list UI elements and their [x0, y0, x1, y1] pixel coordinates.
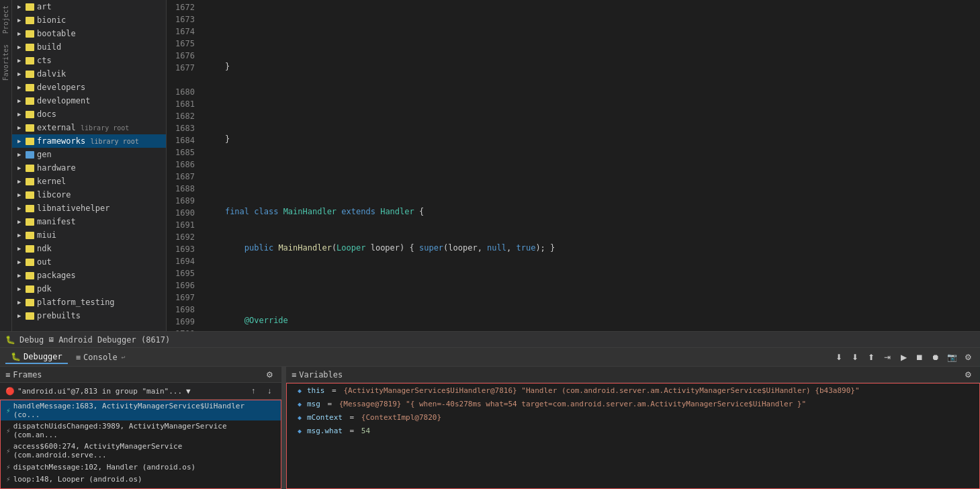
vars-menu-btn[interactable]: ⚙ [961, 368, 975, 382]
sidebar-item-docs[interactable]: ▶ docs [12, 107, 166, 121]
frame-icon-5: ⚡ [6, 487, 11, 490]
step-over-btn[interactable]: ⬇ [832, 351, 846, 364]
resume-btn[interactable]: ▶ [897, 351, 910, 364]
var-item-this[interactable]: ◆ this = {ActivityManagerService$UiHandl… [287, 384, 979, 397]
folder-icon-prebuilts [26, 312, 34, 320]
debug-session-label: Android Debugger (8617) [58, 335, 170, 345]
code-line: final class MainHandler extends Handler … [206, 206, 980, 218]
sidebar-label-bootable: bootable [37, 29, 76, 38]
sidebar-item-build[interactable]: ▶ build [12, 40, 166, 54]
folder-icon-bootable [26, 30, 34, 38]
var-item-mcontext[interactable]: ◆ mContext = {ContextImpl@7820} [287, 410, 979, 424]
debug-title-bar: 🐛 Debug 🖥 Android Debugger (8617) [0, 332, 980, 348]
step-out-btn[interactable]: ⬆ [864, 351, 878, 364]
debug-title: Debug [19, 335, 44, 345]
var-val-msgwhat: 54 [361, 427, 370, 435]
thread-nav-down[interactable]: ↓ [263, 384, 276, 398]
vtab-project[interactable]: Project [1, 0, 11, 39]
sidebar-item-prebuilts[interactable]: ▶ prebuilts [12, 309, 166, 322]
sidebar-label-docs: docs [37, 109, 56, 119]
sidebar-item-manifest[interactable]: ▶ manifest [12, 215, 166, 228]
run-to-cursor-btn[interactable]: ⇥ [881, 351, 894, 364]
sidebar-item-bootable[interactable]: ▶ bootable [12, 27, 166, 40]
frame-item-2[interactable]: ⚡ access$600:274, ActivityManagerService… [1, 441, 281, 461]
frame-item-3[interactable]: ⚡ dispatchMessage:102, Handler (android.… [1, 461, 281, 473]
line-numbers: 1672 1673 1674 1675 1676 1677 1680 1681 … [167, 0, 200, 331]
sidebar-item-external[interactable]: ▶ external library root [12, 121, 166, 134]
sidebar-label-development: development [37, 96, 90, 105]
sidebar-item-developers[interactable]: ▶ developers [12, 81, 166, 94]
sidebar-item-libnativehelper[interactable]: ▶ libnativehelper [12, 202, 166, 215]
folder-icon-out [26, 259, 34, 266]
arrow-icon: ▶ [17, 151, 26, 158]
sidebar-item-art[interactable]: ▶ art [12, 0, 166, 13]
step-into-btn[interactable]: ⬇ [848, 351, 862, 364]
stop-btn[interactable]: ⏹ [913, 351, 926, 364]
frame-item-1[interactable]: ⚡ dispatchUidsChanged:3989, ActivityMana… [1, 420, 281, 441]
tab-debugger[interactable]: 🐛 Debugger [5, 351, 68, 364]
thread-nav-up[interactable]: ↑ [247, 384, 260, 398]
console-arrow: ↩ [122, 353, 126, 361]
sidebar-item-frameworks[interactable]: ▶ frameworks library root [12, 134, 166, 148]
sidebar-label-out: out [37, 257, 52, 267]
sidebar-label-cts: cts [37, 56, 52, 65]
var-name-msgwhat: msg.what [307, 427, 343, 435]
frame-label-4: loop:148, Looper (android.os) [13, 475, 142, 484]
var-name-this: this [307, 386, 325, 395]
sidebar-item-libcore[interactable]: ▶ libcore [12, 188, 166, 202]
arrow-icon: ▶ [17, 124, 26, 131]
variables-list: ◆ this = {ActivityManagerService$UiHandl… [286, 383, 980, 489]
sidebar-item-kernel[interactable]: ▶ kernel [12, 175, 166, 188]
code-line: public MainHandler(Looper looper) { supe… [206, 242, 980, 254]
record-btn[interactable]: ⏺ [929, 351, 942, 364]
sidebar-label-developers: developers [37, 83, 85, 92]
sidebar-item-bionic[interactable]: ▶ bionic [12, 13, 166, 27]
sidebar-item-platform-testing[interactable]: ▶ platform_testing [12, 296, 166, 309]
thread-label: "android.ui"@7,813 in group "main"... [17, 387, 182, 396]
sidebar-item-ndk[interactable]: ▶ ndk [12, 242, 166, 255]
sidebar-item-packages[interactable]: ▶ packages [12, 269, 166, 282]
folder-icon-development [26, 97, 34, 105]
code-content: } } final class MainHandler extends Hand… [200, 0, 980, 331]
sidebar-item-pdk[interactable]: ▶ pdk [12, 282, 166, 296]
arrow-icon: ▶ [17, 111, 26, 118]
sidebar-label-ndk: ndk [37, 244, 52, 253]
sidebar-item-cts[interactable]: ▶ cts [12, 54, 166, 67]
var-name-mcontext: mContext [307, 413, 343, 422]
vtab-favorites[interactable]: Favorites [1, 39, 11, 86]
frame-item-4[interactable]: ⚡ loop:148, Looper (android.os) [1, 473, 281, 485]
folder-icon-dalvik [26, 71, 34, 78]
var-icon-this: ◆ [295, 386, 304, 395]
code-line: } [206, 133, 980, 145]
debug-icon: 🐛 [5, 335, 15, 345]
frame-item-0[interactable]: ⚡ handleMessage:1683, ActivityManagerSer… [1, 400, 281, 420]
sidebar-label-libcore: libcore [37, 190, 71, 199]
console-icon: ≡ [76, 353, 81, 362]
sidebar-item-miui[interactable]: ▶ miui [12, 228, 166, 242]
folder-icon-bionic [26, 17, 34, 24]
sidebar-item-dalvik[interactable]: ▶ dalvik [12, 67, 166, 81]
arrow-icon: ▶ [17, 165, 26, 171]
sidebar-item-out[interactable]: ▶ out [12, 255, 166, 269]
folder-icon-kernel [26, 178, 34, 185]
var-item-msgwhat[interactable]: ◆ msg.what = 54 [287, 424, 979, 437]
frames-menu-btn[interactable]: ⚙ [263, 368, 276, 382]
debug-content: ≡ Frames ⚙ 🔴 "android.ui"@7,813 in group… [0, 367, 980, 489]
frames-header: ≡ Frames ⚙ [0, 367, 281, 383]
arrow-icon: ▶ [17, 71, 26, 77]
sidebar-item-development[interactable]: ▶ development [12, 94, 166, 107]
sidebar-item-gen[interactable]: ▶ gen [12, 148, 166, 161]
folder-icon-miui [26, 232, 34, 239]
variables-icon: ≡ [292, 370, 296, 380]
debug-panel: 🐛 Debug 🖥 Android Debugger (8617) 🐛 Debu… [0, 331, 980, 489]
sidebar-label-kernel: kernel [37, 177, 66, 186]
tab-console[interactable]: ≡ Console ↩ [71, 351, 131, 363]
settings-btn[interactable]: ⚙ [961, 351, 975, 364]
snapshot-btn[interactable]: 📷 [945, 351, 959, 364]
thread-dropdown-icon[interactable]: ▼ [186, 387, 191, 396]
sidebar-item-hardware[interactable]: ▶ hardware [12, 161, 166, 175]
frame-item-5[interactable]: ⚡ run:61, HandlerThread (android.os) [1, 485, 281, 489]
sidebar-label-prebuilts: prebuilts [37, 311, 81, 320]
arrow-icon: ▶ [17, 285, 26, 292]
var-item-msg[interactable]: ◆ msg = {Message@7819} "{ when=-40s278ms… [287, 397, 979, 410]
